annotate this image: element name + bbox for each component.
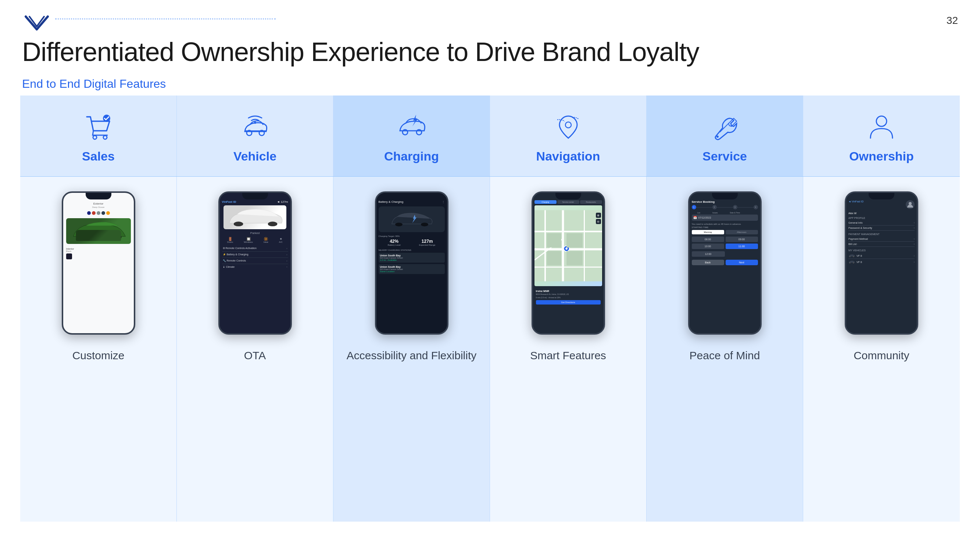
charging-caption: Accessibility and Flexibility <box>347 349 476 362</box>
vehicle-car-img <box>223 205 286 229</box>
own-header-row: ◄ VinFast ID <box>848 200 915 209</box>
navigation-label: Navigation <box>536 149 600 164</box>
svg-point-8 <box>234 221 243 226</box>
slot-0900: 09:00 <box>725 237 758 242</box>
ch-car-display <box>379 206 445 232</box>
ch-battery-stat: 42% Battery Level <box>388 239 401 246</box>
svg-point-1 <box>103 135 107 139</box>
color-silver <box>97 211 100 215</box>
svg-point-9 <box>268 221 278 226</box>
color-red <box>92 211 95 215</box>
sales-phone: Exterior Deep Ocean <box>62 191 135 335</box>
vehicle-label: Vehicle <box>234 149 277 164</box>
own-app-profile: APP PROFILE General Info › Password & Se… <box>848 217 915 231</box>
charging-phone-notch <box>399 193 425 200</box>
own-general-item: General Info › <box>848 221 915 225</box>
service-caption: Peace of Mind <box>690 349 760 362</box>
sales-label: Sales <box>82 149 115 164</box>
svc-time-slots: 08:00 09:00 10:00 11:00 <box>692 237 758 249</box>
nav-map-area: ⊕ ⊖ <box>535 205 602 286</box>
vehicle-icon <box>239 111 272 144</box>
vehicle-caption: OTA <box>244 349 266 362</box>
ownership-screen: ◄ VinFast ID Alex W APP PROFILE General <box>846 193 917 333</box>
svg-point-24 <box>565 248 568 250</box>
svc-morning-tab: Morning <box>692 230 724 234</box>
svc-ampm-tabs: Morning Afternoon <box>692 230 758 234</box>
vehicle-body: VinFast ID ◄ 127m Parked <box>177 177 333 522</box>
navigation-caption: Smart Features <box>530 349 606 362</box>
slot-1100: 11:00 <box>725 243 758 249</box>
charging-body: Battery & Charging ⋮ Charging <box>333 177 490 522</box>
svc-title: Service Booking <box>692 200 758 203</box>
vehicle-screen: VinFast ID ◄ 127m Parked <box>220 193 290 333</box>
sales-color-options <box>66 211 131 215</box>
vehicle-header-row: VinFast ID ◄ 127m <box>222 200 288 203</box>
svc-back-btn[interactable]: Back <box>692 260 724 265</box>
sales-caption: Customize <box>72 349 125 362</box>
own-password-item: Password & Security › <box>848 225 915 231</box>
service-screen: Service Booking 1 2 3 4 LocIssuesDate & … <box>690 193 760 333</box>
svc-steps: 1 2 3 4 <box>692 205 758 210</box>
svg-point-33 <box>849 256 851 257</box>
ownership-header: Ownership <box>803 95 960 176</box>
feature-col-navigation: Navigation Charging Service center Resta… <box>490 95 647 522</box>
logo <box>22 11 51 35</box>
color-dark <box>102 211 105 215</box>
svg-point-29 <box>716 135 719 138</box>
sales-car-image <box>66 218 131 244</box>
svg-point-3 <box>77 235 87 240</box>
feature-col-ownership: Ownership ◄ VinFast ID Ale <box>803 95 960 522</box>
service-body: Service Booking 1 2 3 4 LocIssuesDate & … <box>647 177 803 522</box>
svc-note: You need to schedule with us 48 hours in… <box>692 223 758 225</box>
color-gold <box>106 211 110 215</box>
own-vf8-item: VF 8 › <box>848 253 915 259</box>
navigation-phone: Charging Service center Restaurants <box>531 191 605 335</box>
v-climate-item: 🌡 Climate › <box>222 264 288 270</box>
vehicle-phone: VinFast ID ◄ 127m Parked <box>218 191 292 335</box>
charging-phone: Battery & Charging ⋮ Charging <box>375 191 449 335</box>
ownership-caption: Community <box>854 349 909 362</box>
service-icon <box>708 111 741 144</box>
svc-next-btn[interactable]: Next <box>725 260 758 265</box>
slot-0800: 08:00 <box>692 237 724 242</box>
ch-range-stat: 127m Expected Range <box>419 239 435 246</box>
ownership-label: Ownership <box>849 149 914 164</box>
feature-col-charging: Charging Battery & Charging ⋮ <box>333 95 490 522</box>
navigation-screen: Charging Service center Restaurants <box>533 193 604 333</box>
svg-point-0 <box>93 135 97 139</box>
own-vf8-2nd: VF 8 › <box>848 259 915 265</box>
sales-screen-title: Exterior <box>66 202 131 205</box>
service-phone: Service Booking 1 2 3 4 LocIssuesDate & … <box>688 191 762 335</box>
own-user-name: Alex W <box>848 212 915 214</box>
service-header: Service <box>647 95 803 176</box>
ch-nearby-title: NEARBY CHARGING STATIONS <box>379 249 445 251</box>
svg-point-4 <box>111 235 121 240</box>
own-avatar <box>906 200 915 209</box>
own-payment-section: PAYMENT MANAGEMENT Payment Method › Bill… <box>848 233 915 247</box>
own-bill-list: Bill List · › <box>848 242 915 247</box>
ownership-phone: ◄ VinFast ID Alex W APP PROFILE General <box>845 191 918 335</box>
svc-date-picker: 📅 07/12/2022 <box>692 214 758 221</box>
own-payment-method: Payment Method › <box>848 237 915 242</box>
svg-rect-26 <box>566 233 582 248</box>
ownership-phone-notch <box>869 193 894 200</box>
charging-header: Charging <box>333 95 490 176</box>
vehicle-phone-notch <box>242 193 268 200</box>
svg-rect-25 <box>547 233 561 248</box>
svg-point-12 <box>395 222 402 226</box>
service-phone-notch <box>712 193 738 200</box>
svg-rect-27 <box>547 251 561 265</box>
ownership-body: ◄ VinFast ID Alex W APP PROFILE General <box>803 177 960 522</box>
svg-rect-28 <box>566 251 582 265</box>
svg-point-35 <box>849 262 851 264</box>
charging-label: Charging <box>384 149 439 164</box>
svg-point-34 <box>853 256 854 257</box>
svg-point-31 <box>877 116 887 126</box>
page-title: Differentiated Ownership Experience to D… <box>22 37 699 67</box>
own-vehicles-section: MY VEHICLES VF 8 › VF 8 <box>848 249 915 265</box>
ch-station-2: Union South Bay 915 East Carson Street S… <box>379 264 445 274</box>
ch-station-1: Union South Bay 915 East Carson Street 1… <box>379 253 445 263</box>
v-controls-item: 🔧 Remote Controls › <box>222 258 288 264</box>
nav-directions-btn: Get Directions <box>536 300 601 305</box>
svg-point-13 <box>421 222 428 226</box>
